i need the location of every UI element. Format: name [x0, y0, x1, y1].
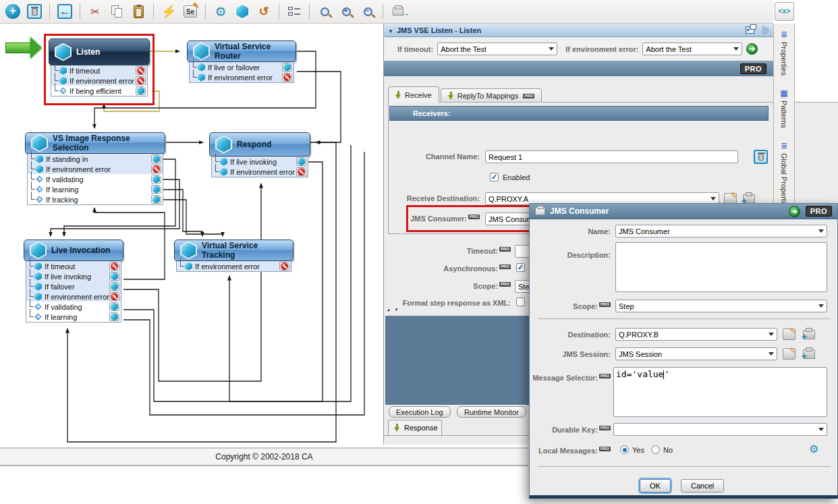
node-respond[interactable]: Respond If live invokingIf environment e…	[209, 132, 310, 177]
branch-row[interactable]: If failover	[26, 281, 121, 291]
ok-button[interactable]: OK	[640, 479, 671, 493]
branch-row[interactable]: If live or failover	[190, 62, 294, 72]
cube-badge-icon[interactable]	[282, 63, 292, 72]
node-virtual-service-router[interactable]: Virtual Service Router If live or failov…	[187, 40, 296, 83]
next-step-arrow-icon[interactable]	[763, 26, 769, 34]
cube-badge-icon[interactable]	[151, 155, 161, 163]
scope-select[interactable]: Ste	[515, 280, 530, 293]
cube-badge-icon[interactable]	[109, 282, 119, 291]
tab-receive[interactable]: Receive	[388, 86, 439, 103]
edit-destination-icon[interactable]	[783, 329, 795, 340]
zoom-in-icon[interactable]: +	[337, 3, 355, 20]
branch-row[interactable]: If standing in	[28, 154, 163, 164]
blocked-badge-icon[interactable]	[109, 292, 119, 301]
revert-icon[interactable]: ↺	[255, 3, 273, 20]
blocked-badge-icon[interactable]	[136, 66, 146, 75]
durable-key-select[interactable]	[613, 423, 827, 436]
execution-log-button[interactable]: Execution Log	[389, 406, 451, 418]
sidebar-tab-patterns[interactable]: ▦ Patterns	[774, 82, 794, 135]
cube-badge-icon[interactable]	[151, 185, 161, 194]
branch-row[interactable]: If environment error	[190, 72, 294, 82]
dropdown-arrow-icon[interactable]	[546, 43, 557, 55]
local-messages-yes-radio[interactable]	[620, 445, 629, 454]
node-listen[interactable]: Listen If timeoutIf environment errorIf …	[49, 38, 150, 96]
settings-gear-icon[interactable]: ⚙	[212, 3, 229, 20]
sidebar-tab-properties[interactable]: ≣ Properties	[774, 24, 794, 82]
timeout-input[interactable]	[515, 245, 530, 258]
branch-row[interactable]: If validating	[28, 174, 163, 184]
collapse-caret-icon[interactable]	[388, 26, 393, 34]
cube-badge-icon[interactable]	[109, 312, 119, 321]
back-icon[interactable]: ←	[56, 3, 74, 20]
branch-row[interactable]: If environment error	[177, 261, 291, 271]
blocked-badge-icon[interactable]	[279, 262, 289, 271]
blocked-badge-icon[interactable]	[136, 76, 146, 85]
if-timeout-select[interactable]: Abort the Test	[437, 43, 557, 55]
branch-row[interactable]: If being efficient	[51, 86, 147, 96]
branch-row[interactable]: If tracking	[28, 194, 163, 204]
cut-icon[interactable]: ✂	[86, 3, 104, 20]
dialog-title-bar[interactable]: JMS Consumer ➔ PRO	[530, 204, 837, 219]
panel-title-bar[interactable]: JMS VSE Listen - Listen	[384, 24, 773, 37]
zoom-icon[interactable]	[316, 3, 333, 20]
copy-icon[interactable]	[108, 3, 125, 20]
destination-select[interactable]: Q.PROXY.B	[615, 328, 777, 341]
tab-response[interactable]: Response	[388, 420, 442, 435]
description-textarea[interactable]	[615, 242, 827, 292]
scratchpad-editor-icon[interactable]: Se	[181, 3, 199, 20]
cube-badge-icon[interactable]	[109, 272, 119, 281]
export-package-icon[interactable]	[389, 3, 407, 20]
node-vs-image-response-selection[interactable]: VS Image Response Selection If standing …	[25, 132, 165, 205]
branch-row[interactable]: If environment error	[26, 291, 121, 302]
branch-row[interactable]: If timeout	[51, 65, 147, 76]
branch-row[interactable]: If validating	[26, 302, 121, 312]
xml-view-icon[interactable]: <x>	[775, 2, 794, 21]
delete-receiver-button[interactable]	[754, 150, 768, 164]
cube-badge-icon[interactable]	[151, 195, 161, 204]
step-list-icon[interactable]	[285, 3, 303, 20]
run-icon[interactable]: ⚡	[160, 3, 177, 20]
blocked-badge-icon[interactable]	[282, 73, 292, 82]
cube-badge-icon[interactable]	[296, 157, 306, 166]
detach-window-icon[interactable]	[746, 26, 754, 34]
name-select[interactable]: JMS Consumer	[615, 225, 827, 237]
branch-row[interactable]: If environment error	[51, 76, 147, 86]
add-destination-icon[interactable]	[743, 194, 755, 204]
cube-badge-icon[interactable]	[151, 175, 161, 184]
new-icon[interactable]: +	[4, 3, 22, 20]
asynchronous-checkbox[interactable]: ✓	[516, 263, 525, 272]
dropdown-arrow-icon[interactable]	[816, 225, 827, 237]
if-environment-error-select[interactable]: Abort the Test	[642, 43, 742, 55]
branch-row[interactable]: If timeout	[26, 261, 121, 271]
message-selector-textarea[interactable]: id='value'	[613, 367, 827, 417]
local-messages-no-radio[interactable]	[651, 445, 660, 454]
cube-badge-icon[interactable]	[109, 302, 119, 311]
dropdown-arrow-icon[interactable]	[816, 300, 827, 312]
branch-row[interactable]: If live invoking	[26, 271, 121, 281]
enabled-checkbox[interactable]: ✓	[490, 173, 499, 181]
jms-session-select[interactable]: JMS Session	[615, 347, 777, 360]
blocked-badge-icon[interactable]	[296, 167, 306, 176]
runtime-monitor-button[interactable]: Runtime Monitor	[457, 406, 526, 418]
scope-select[interactable]: Step	[615, 300, 827, 312]
channel-name-input[interactable]: Request 1	[485, 150, 738, 163]
branch-row[interactable]: If environment error	[28, 164, 163, 174]
dropdown-arrow-icon[interactable]	[766, 329, 777, 340]
add-destination-icon[interactable]	[803, 330, 815, 339]
add-jms-session-icon[interactable]	[803, 349, 815, 359]
branch-row[interactable]: If live invoking	[212, 157, 308, 167]
node-live-invocation[interactable]: Live Invocation If timeoutIf live invoki…	[24, 240, 123, 323]
workflow-canvas[interactable]: Listen If timeoutIf environment errorIf …	[0, 24, 383, 445]
cube-badge-icon[interactable]	[136, 86, 146, 95]
cancel-button[interactable]: Cancel	[681, 479, 724, 493]
zoom-out-icon[interactable]: −	[359, 3, 376, 20]
advanced-settings-gear-icon[interactable]: ⚙	[809, 443, 818, 455]
go-arrow-button[interactable]: ➔	[789, 206, 800, 217]
branch-row[interactable]: If learning	[26, 312, 121, 322]
dropdown-arrow-icon[interactable]	[766, 348, 777, 360]
go-next-button[interactable]: ➔	[746, 43, 758, 55]
format-xml-checkbox[interactable]	[516, 298, 525, 306]
branch-row[interactable]: If learning	[28, 184, 163, 194]
dropdown-arrow-icon[interactable]	[731, 43, 742, 55]
delete-icon[interactable]	[26, 3, 43, 20]
